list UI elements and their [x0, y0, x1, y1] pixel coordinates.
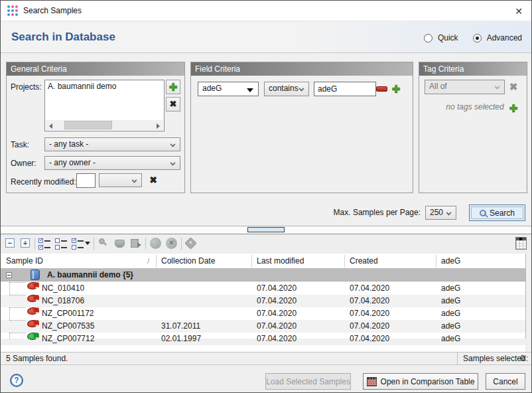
clear-tags-icon[interactable]: ✖ [507, 81, 520, 93]
collapse-group-icon[interactable] [6, 272, 12, 278]
sort-indicator-icon[interactable]: / [147, 254, 149, 268]
column-header-collection-date[interactable]: Collection Date [161, 254, 215, 268]
owner-select-value: - any owner - [49, 158, 96, 167]
results-table: Sample ID / Collection Date Last modifie… [1, 253, 531, 352]
chevron-down-icon [299, 86, 304, 92]
chevron-down-icon [170, 161, 176, 166]
remove-criterion-button[interactable] [376, 86, 387, 92]
open-comparison-table-label: Open in Comparison Table [381, 377, 475, 386]
scroll-right-icon[interactable] [153, 120, 163, 130]
scroll-thumb[interactable] [64, 121, 112, 129]
collapse-all-icon[interactable]: − [4, 237, 17, 250]
search-icon [480, 210, 486, 216]
search-button[interactable]: Search [469, 204, 525, 221]
no-tags-text: no tags selected [444, 102, 505, 112]
search-button-label: Search [490, 208, 515, 218]
check-selection-menu-icon[interactable] [72, 237, 92, 250]
adeg-value: adeG [441, 282, 460, 295]
projects-label: Projects: [11, 82, 42, 92]
column-header-created[interactable]: Created [350, 254, 378, 268]
sample-id: NZ_CP007535 [42, 320, 94, 333]
cancel-button[interactable]: Cancel [486, 373, 525, 390]
collection-date: 31.07.2011 [161, 320, 200, 333]
max-samples-value: 250 [430, 208, 443, 217]
last-modified: 07.04.2020 [257, 320, 297, 333]
table-row[interactable]: NZ_CP007535 31.07.2011 07.04.2020 07.04.… [1, 320, 525, 333]
collection-date: 02.01.1997 [161, 333, 201, 345]
max-samples-select[interactable]: 250 [425, 206, 456, 220]
created: 07.04.2020 [350, 295, 389, 307]
search-samples-dialog: Search Samples ✕ Search in Database Quic… [0, 0, 532, 393]
footer-bar: ? Load Selected Samples Open in Comparis… [1, 364, 531, 393]
export-icon[interactable] [129, 237, 143, 250]
close-icon[interactable]: ✕ [512, 5, 525, 18]
search-round-icon[interactable] [149, 237, 163, 250]
last-modified: 07.04.2020 [257, 307, 297, 320]
table-body: A. baumannii demo {5} NC_010410 07.04.20… [1, 269, 525, 339]
header-strip: Search in Database Quick Advanced [1, 22, 531, 53]
scroll-left-icon[interactable] [46, 120, 56, 130]
max-samples-label: Max. Samples per Page: [334, 208, 421, 217]
project-list-item[interactable]: A. baumannii demo [45, 80, 164, 92]
general-criteria-title: General Criteria [7, 62, 184, 76]
add-criterion-button[interactable]: ✚ [390, 83, 402, 95]
load-selected-samples-label: Load Selected Samples [266, 377, 350, 386]
samples-selected-label: Samples selected: [463, 353, 528, 364]
table-row[interactable]: NC_018706 07.04.2020 07.04.2020 adeG [1, 295, 525, 307]
tree-line [9, 295, 25, 295]
find-icon[interactable] [98, 237, 111, 250]
splitter-handle[interactable] [247, 227, 285, 232]
dropdown-arrow-icon [247, 88, 253, 92]
column-header-adeg[interactable]: adeG [441, 254, 460, 268]
table-row[interactable]: NZ_CP007712 02.01.1997 07.04.2020 07.04.… [1, 333, 525, 345]
open-comparison-table-button[interactable]: Open in Comparison Table [363, 373, 478, 390]
clear-recently-modified-icon[interactable]: ✖ [147, 175, 159, 185]
owner-select[interactable]: - any owner - [44, 156, 180, 170]
table-row[interactable]: NZ_CP001172 07.04.2020 07.04.2020 adeG [1, 307, 525, 320]
tags-icon[interactable] [185, 237, 198, 250]
uncheck-all-icon[interactable] [55, 237, 68, 250]
load-selected-samples-button[interactable]: Load Selected Samples [265, 373, 351, 390]
mode-radio-group: Quick Advanced [424, 33, 522, 42]
help-icon[interactable]: ? [10, 374, 23, 387]
cancel-button-label: Cancel [493, 377, 517, 386]
add-tag-button[interactable]: ✚ [507, 102, 520, 114]
created: 07.04.2020 [350, 282, 389, 295]
table-border [525, 254, 526, 339]
table-settings-icon[interactable] [515, 237, 527, 250]
tag-match-select-value: All of [429, 82, 447, 91]
column-header-last-modified[interactable]: Last modified [257, 254, 304, 268]
basket-icon[interactable] [113, 237, 127, 250]
group-row[interactable]: A. baumannii demo {5} [1, 269, 525, 281]
task-select[interactable]: - any task - [44, 137, 180, 151]
chevron-down-icon [132, 178, 137, 183]
table-row[interactable]: NC_010410 07.04.2020 07.04.2020 adeG [1, 282, 525, 295]
created: 07.04.2020 [350, 333, 389, 345]
recently-modified-unit-select[interactable] [99, 173, 142, 187]
quick-radio[interactable] [424, 34, 432, 42]
adeg-value: adeG [441, 295, 460, 307]
add-project-button[interactable]: ✚ [166, 80, 180, 94]
remove-project-button[interactable]: ✖ [166, 97, 180, 112]
adeg-value: adeG [441, 320, 460, 333]
samples-found-text: 5 Samples found. [6, 353, 68, 364]
owner-label: Owner: [11, 159, 36, 168]
advanced-radio-label[interactable]: Advanced [487, 33, 522, 42]
field-query-input[interactable] [314, 82, 376, 96]
recently-modified-value-input[interactable] [76, 173, 96, 188]
title-bar: Search Samples ✕ [1, 1, 531, 21]
operator-select[interactable]: contains [264, 82, 309, 96]
column-header-sample-id[interactable]: Sample ID [6, 254, 43, 268]
check-all-icon[interactable] [38, 237, 52, 250]
expand-all-icon[interactable]: + [19, 237, 33, 250]
sample-tag-icon [27, 332, 38, 341]
projects-list[interactable]: A. baumannii demo [44, 80, 165, 131]
sample-tag-icon [27, 307, 38, 315]
advanced-radio[interactable] [473, 34, 482, 42]
field-select[interactable]: adeG [198, 82, 259, 96]
operator-select-value: contains [269, 84, 299, 93]
clear-search-icon[interactable] [165, 237, 178, 250]
sample-tag-icon [27, 294, 38, 303]
quick-radio-label[interactable]: Quick [438, 33, 458, 42]
projects-hscrollbar[interactable] [46, 120, 163, 130]
